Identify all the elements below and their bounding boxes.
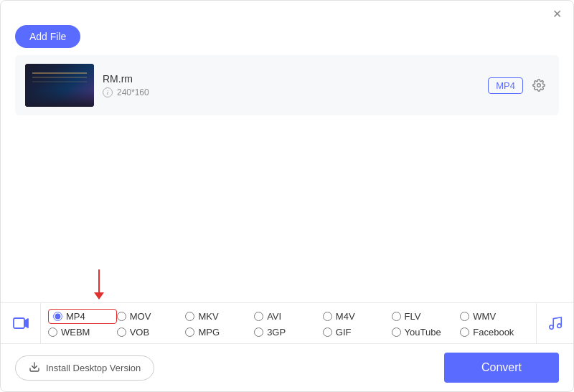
content-spacer bbox=[1, 115, 573, 269]
format-option-mpg[interactable]: MPG bbox=[185, 327, 254, 338]
format-option-webm[interactable]: WEBM bbox=[48, 327, 117, 338]
install-label: Install Desktop Version bbox=[46, 363, 141, 373]
title-bar: ✕ bbox=[1, 1, 573, 21]
file-thumbnail bbox=[25, 64, 94, 107]
format-label-flv[interactable]: FLV bbox=[405, 311, 421, 322]
arrow-head bbox=[94, 292, 104, 300]
format-label-vob[interactable]: VOB bbox=[130, 327, 149, 338]
arrow-indicator bbox=[1, 269, 573, 302]
file-actions: MP4 bbox=[488, 75, 549, 95]
format-label-mov[interactable]: MOV bbox=[130, 311, 151, 322]
add-file-button[interactable]: Add File bbox=[15, 25, 80, 48]
svg-marker-2 bbox=[24, 319, 28, 328]
format-option-youtube[interactable]: YouTube bbox=[392, 327, 461, 338]
format-label-m4v[interactable]: M4V bbox=[336, 311, 355, 322]
format-option-avi[interactable]: AVI bbox=[254, 309, 323, 324]
format-label-mp4[interactable]: MP4 bbox=[66, 311, 85, 322]
format-options-grid: MP4 MOV MKV AVI M4V FLV bbox=[41, 303, 536, 343]
format-label-youtube[interactable]: YouTube bbox=[405, 327, 441, 338]
app-window: ✕ Add File RM.rm i 240*160 MP4 bbox=[0, 0, 574, 392]
format-option-mov[interactable]: MOV bbox=[117, 309, 186, 324]
format-option-m4v[interactable]: M4V bbox=[323, 309, 392, 324]
info-icon: i bbox=[103, 87, 113, 97]
file-meta: i 240*160 bbox=[103, 87, 479, 97]
audio-format-tab[interactable] bbox=[536, 303, 573, 343]
format-option-flv[interactable]: FLV bbox=[392, 309, 461, 324]
format-label-mpg[interactable]: MPG bbox=[198, 327, 220, 338]
toolbar: Add File bbox=[1, 21, 573, 55]
arrow-shaft bbox=[98, 269, 100, 292]
format-option-vob[interactable]: VOB bbox=[117, 327, 186, 338]
svg-point-4 bbox=[557, 324, 561, 328]
install-button[interactable]: Install Desktop Version bbox=[15, 355, 154, 381]
file-list-area: RM.rm i 240*160 MP4 bbox=[15, 55, 559, 115]
format-option-facebook[interactable]: Facebook bbox=[460, 327, 529, 338]
download-icon bbox=[29, 361, 40, 375]
bottom-bar: Install Desktop Version Convert bbox=[1, 344, 573, 391]
format-badge[interactable]: MP4 bbox=[488, 77, 523, 94]
format-option-mkv[interactable]: MKV bbox=[185, 309, 254, 324]
format-label-mkv[interactable]: MKV bbox=[198, 311, 218, 322]
svg-point-3 bbox=[549, 325, 553, 330]
convert-button[interactable]: Convert bbox=[444, 353, 559, 383]
format-option-3gp[interactable]: 3GP bbox=[254, 327, 323, 338]
format-option-gif[interactable]: GIF bbox=[323, 327, 392, 338]
format-label-gif[interactable]: GIF bbox=[336, 327, 352, 338]
svg-rect-1 bbox=[14, 318, 24, 328]
format-label-avi[interactable]: AVI bbox=[267, 311, 281, 322]
thumbnail-image bbox=[25, 64, 94, 107]
svg-point-0 bbox=[537, 84, 541, 87]
file-resolution: 240*160 bbox=[117, 87, 149, 97]
format-area: MP4 MOV MKV AVI M4V FLV bbox=[1, 302, 573, 344]
format-option-mp4[interactable]: MP4 bbox=[48, 309, 117, 324]
format-label-facebook[interactable]: Facebook bbox=[473, 327, 514, 338]
video-format-tab[interactable] bbox=[1, 303, 41, 343]
file-name: RM.rm bbox=[103, 73, 479, 85]
format-option-wmv[interactable]: WMV bbox=[460, 309, 529, 324]
arrow-down bbox=[94, 269, 104, 300]
settings-button[interactable] bbox=[529, 75, 549, 95]
close-button[interactable]: ✕ bbox=[550, 8, 563, 21]
file-info: RM.rm i 240*160 bbox=[103, 73, 479, 97]
format-label-3gp[interactable]: 3GP bbox=[267, 327, 286, 338]
format-label-webm[interactable]: WEBM bbox=[61, 327, 90, 338]
format-label-wmv[interactable]: WMV bbox=[473, 311, 496, 322]
